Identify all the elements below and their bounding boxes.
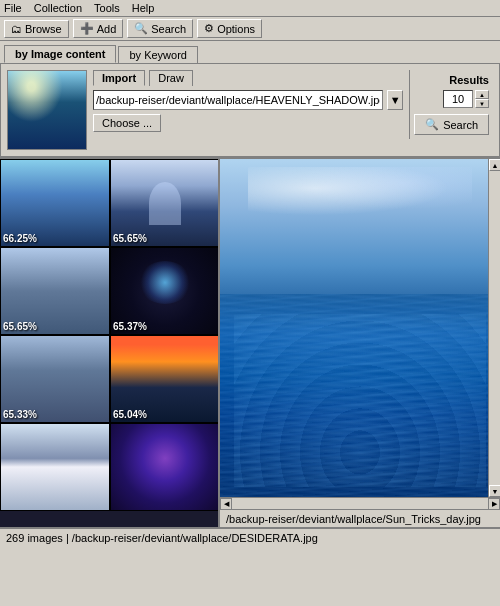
thumbnail-item[interactable]: 65.65% <box>0 247 110 335</box>
thumbnail-item[interactable] <box>0 423 110 511</box>
large-preview: ▲ ▼ <box>220 159 500 497</box>
options-button[interactable]: ⚙ Options <box>197 19 262 38</box>
thumbnail-item[interactable]: 65.04% <box>110 335 220 423</box>
tab-image-content[interactable]: by Image content <box>4 45 116 63</box>
results-label: Results <box>449 74 489 86</box>
preview-image <box>8 71 86 149</box>
search-toolbar-icon: 🔍 <box>134 22 148 35</box>
thumbnail-score: 65.04% <box>113 409 147 420</box>
cloud-detail <box>248 167 472 220</box>
status-bar: 269 images | /backup-reiser/deviant/wall… <box>0 527 500 547</box>
thumbnail-grid[interactable]: 66.25% 65.65% 65.65% 65.37% 65.33% <box>0 159 220 527</box>
menubar: File Collection Tools Help <box>0 0 500 17</box>
thumbnail-image <box>1 424 109 510</box>
main-content: 66.25% 65.65% 65.65% 65.37% 65.33% <box>0 157 500 527</box>
scroll-track-horizontal <box>232 498 488 510</box>
results-section: Results ▲ ▼ 🔍 Search <box>409 70 493 139</box>
menu-tools[interactable]: Tools <box>94 2 120 14</box>
search-toolbar-button[interactable]: 🔍 Search <box>127 19 193 38</box>
file-path-input[interactable] <box>93 90 383 110</box>
thumbnail-item[interactable]: 66.25% <box>0 159 110 247</box>
thumbnail-item[interactable]: 65.37% <box>110 247 220 335</box>
add-button[interactable]: ➕ Add <box>73 19 124 38</box>
menu-help[interactable]: Help <box>132 2 155 14</box>
dropdown-arrow[interactable]: ▼ <box>387 90 403 110</box>
menu-file[interactable]: File <box>4 2 22 14</box>
preview-thumbnail <box>7 70 87 150</box>
thumbnail-grid-inner: 66.25% 65.65% 65.65% 65.37% 65.33% <box>0 159 218 511</box>
status-text: 269 images | /backup-reiser/deviant/wall… <box>6 532 318 544</box>
options-icon: ⚙ <box>204 22 214 35</box>
spin-down-button[interactable]: ▼ <box>475 99 489 108</box>
thumbnail-image <box>111 424 219 510</box>
search-panel: Import Draw ▼ Choose ... Results ▲ ▼ 🔍 S… <box>0 63 500 157</box>
scroll-track <box>489 171 500 485</box>
scroll-down-button[interactable]: ▼ <box>489 485 500 497</box>
filename-bar: /backup-reiser/deviant/wallplace/Sun_Tri… <box>220 509 500 527</box>
thumbnail-item[interactable] <box>110 423 220 511</box>
subtab-import[interactable]: Import <box>93 70 145 86</box>
browse-button[interactable]: 🗂 Browse <box>4 20 69 38</box>
thumbnail-score: 65.65% <box>3 321 37 332</box>
browse-icon: 🗂 <box>11 23 22 35</box>
large-preview-filename: /backup-reiser/deviant/wallplace/Sun_Tri… <box>226 513 481 525</box>
choose-button[interactable]: Choose ... <box>93 114 161 132</box>
tab-keyword[interactable]: by Keyword <box>118 46 197 63</box>
menu-collection[interactable]: Collection <box>34 2 82 14</box>
add-icon: ➕ <box>80 22 94 35</box>
search-left: Import Draw ▼ Choose ... <box>93 70 403 132</box>
toolbar: 🗂 Browse ➕ Add 🔍 Search ⚙ Options <box>0 17 500 41</box>
thumbnail-score: 65.33% <box>3 409 37 420</box>
preview-scrollbar: ▲ ▼ <box>488 159 500 497</box>
thumbnail-score: 65.65% <box>113 233 147 244</box>
thumbnail-score: 66.25% <box>3 233 37 244</box>
scroll-right-button[interactable]: ▶ <box>488 498 500 510</box>
tabs-container: by Image content by Keyword <box>0 41 500 63</box>
right-panel: ▲ ▼ ◀ ▶ /backup-reiser/deviant/wallplace… <box>220 159 500 527</box>
spin-up-button[interactable]: ▲ <box>475 90 489 99</box>
results-count-input[interactable] <box>443 90 473 108</box>
file-row: ▼ <box>93 90 403 110</box>
search-button[interactable]: 🔍 Search <box>414 114 489 135</box>
subtab-draw[interactable]: Draw <box>149 70 193 86</box>
horizontal-scrollbar: ◀ ▶ <box>220 497 500 509</box>
spin-buttons: ▲ ▼ <box>475 90 489 108</box>
search-icon: 🔍 <box>425 118 439 131</box>
scroll-left-button[interactable]: ◀ <box>220 498 232 510</box>
thumbnail-score: 65.37% <box>113 321 147 332</box>
water-area <box>220 294 500 497</box>
thumbnail-item[interactable]: 65.65% <box>110 159 220 247</box>
thumbnail-item[interactable]: 65.33% <box>0 335 110 423</box>
sky-area <box>220 159 500 311</box>
scroll-up-button[interactable]: ▲ <box>489 159 500 171</box>
